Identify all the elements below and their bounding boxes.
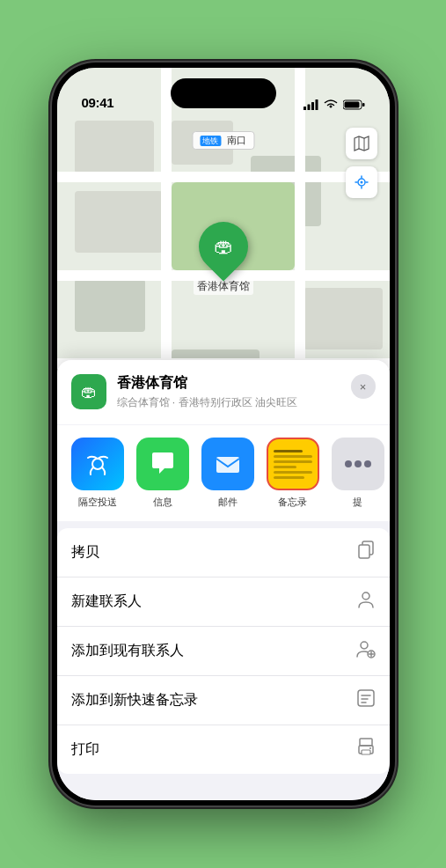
action-label-add-existing: 添加到现有联系人 [71,642,184,660]
map-type-button[interactable] [346,128,377,159]
svg-point-14 [361,642,368,649]
action-label-print: 打印 [71,740,99,759]
location-button[interactable] [346,166,377,198]
print-symbol [356,738,376,757]
notes-line [274,476,304,479]
svg-rect-10 [216,457,239,473]
dot [355,460,362,467]
share-item-more[interactable]: 提 [332,438,384,509]
venue-subtitle: 综合体育馆 · 香港特别行政区 油尖旺区 [117,395,340,410]
road [57,172,390,182]
action-item-add-existing[interactable]: 添加到现有联系人 [57,627,390,676]
notes-icon [267,438,319,490]
action-list: 拷贝 新建联系人 [57,528,390,774]
share-item-airdrop[interactable]: 隔空投送 [71,438,124,509]
person-symbol [356,590,376,609]
svg-rect-19 [362,750,370,754]
map-block [75,121,154,173]
status-time: 09:41 [82,95,114,110]
map-icon [353,135,370,152]
stadium-icon: 🏟 [214,235,233,258]
messages-label: 信息 [153,496,172,509]
action-item-print[interactable]: 打印 [57,725,390,774]
map-controls [346,128,377,205]
airdrop-label: 隔空投送 [78,496,117,509]
mail-symbol [213,449,243,479]
notes-label: 备忘录 [278,496,307,509]
signal-icon [303,99,318,110]
action-item-new-contact[interactable]: 新建联系人 [57,577,390,627]
marker-pin: 🏟 [188,211,258,281]
airdrop-icon [71,438,124,490]
copy-icon [356,541,376,564]
share-row: 隔空投送 信息 [57,425,390,521]
action-label-add-notes: 添加到新快速备忘录 [71,691,198,710]
mail-label: 邮件 [218,496,238,509]
bottom-sheet: 🏟 香港体育馆 综合体育馆 · 香港特别行政区 油尖旺区 × [57,360,390,800]
venue-name: 香港体育馆 [117,374,340,393]
map-block [303,288,383,349]
stadium-marker: 🏟 香港体育馆 [194,222,253,295]
person-add-icon [356,639,376,663]
close-button[interactable]: × [351,374,376,399]
map-label: 地铁 南口 [192,131,254,150]
person-icon [356,590,376,614]
airdrop-symbol [84,450,112,478]
share-item-mail[interactable]: 邮件 [201,438,254,509]
messages-icon [136,438,189,490]
location-icon [354,174,369,190]
svg-rect-5 [344,102,359,108]
svg-rect-1 [307,105,310,111]
note-icon [356,688,376,712]
svg-rect-17 [360,739,372,746]
svg-rect-16 [358,690,374,706]
phone-screen: 09:41 [57,68,390,800]
notes-line [274,450,303,452]
battery-icon [343,99,365,110]
action-item-copy[interactable]: 拷贝 [57,528,390,577]
venue-icon: 🏟 [71,374,106,409]
notes-line [274,471,312,474]
action-label-new-contact: 新建联系人 [71,592,142,611]
more-icon [332,438,384,490]
svg-rect-0 [303,107,306,110]
share-item-messages[interactable]: 信息 [136,438,189,509]
more-label: 提 [353,496,362,509]
mail-icon [201,438,254,490]
notes-line [274,466,296,468]
metro-badge: 地铁 [200,136,221,146]
status-icons [303,99,365,110]
svg-rect-6 [362,103,365,107]
svg-rect-2 [311,102,314,110]
dot [345,460,352,467]
map-block [75,191,163,253]
copy-symbol [356,541,376,560]
dot [364,460,371,467]
venue-info: 香港体育馆 综合体育馆 · 香港特别行政区 油尖旺区 [117,374,340,410]
share-item-notes[interactable]: 备忘录 [267,438,319,509]
svg-point-20 [369,747,371,749]
action-label-copy: 拷贝 [71,543,99,562]
wifi-icon [324,99,338,110]
phone-frame: 09:41 [52,63,395,805]
venue-header: 🏟 香港体育馆 综合体育馆 · 香港特别行政区 油尖旺区 × [57,360,390,424]
action-item-add-notes[interactable]: 添加到新快速备忘录 [57,676,390,725]
svg-point-13 [362,592,369,600]
person-add-symbol [356,639,376,658]
print-icon [356,738,376,761]
svg-rect-12 [359,545,369,558]
messages-symbol [148,449,178,479]
dynamic-island [171,78,276,108]
map-block [75,279,145,332]
notes-line [274,455,312,458]
svg-point-8 [360,181,362,184]
svg-rect-3 [315,99,318,110]
notes-line [274,460,312,463]
note-symbol [356,688,376,708]
